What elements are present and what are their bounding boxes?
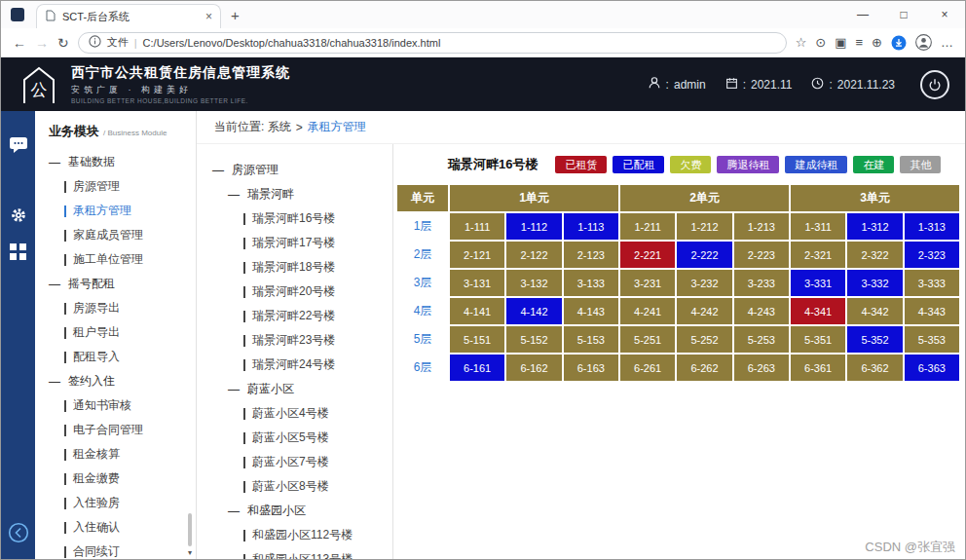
menu-item[interactable]: 通知书审核 bbox=[35, 393, 196, 418]
new-tab-button[interactable]: + bbox=[231, 7, 240, 23]
tree-building-node[interactable]: 蔚蓝小区5号楼 bbox=[197, 426, 392, 450]
file-info-icon[interactable] bbox=[89, 35, 101, 50]
refresh-button[interactable]: ↻ bbox=[57, 35, 69, 51]
back-button[interactable]: ← bbox=[13, 35, 26, 51]
menu-item[interactable]: 租金核算 bbox=[35, 442, 196, 467]
tree-building-node[interactable]: 蔚蓝小区8号楼 bbox=[197, 474, 392, 499]
browser-tab[interactable]: SCT-后台系统 × bbox=[36, 4, 221, 28]
room-cell[interactable]: 3-331 bbox=[791, 270, 845, 296]
collections-icon[interactable]: ⊙ bbox=[815, 35, 826, 50]
room-cell[interactable]: 2-222 bbox=[677, 242, 731, 268]
browser-menu-icon[interactable]: … bbox=[941, 35, 953, 50]
room-cell[interactable]: 6-163 bbox=[564, 355, 618, 381]
extensions-icon[interactable]: ⊕ bbox=[872, 35, 882, 50]
menu-item[interactable]: 入住验房 bbox=[35, 491, 196, 515]
message-icon[interactable] bbox=[9, 136, 28, 158]
tree-building-node[interactable]: 瑞景河畔17号楼 bbox=[197, 231, 392, 255]
tree-group-node[interactable]: —蔚蓝小区 bbox=[197, 377, 392, 401]
room-cell[interactable]: 1-111 bbox=[450, 213, 504, 240]
split-screen-icon[interactable]: ▣ bbox=[835, 35, 846, 50]
collapse-sidebar-icon[interactable] bbox=[8, 522, 29, 547]
profile-avatar[interactable] bbox=[915, 34, 932, 51]
room-cell[interactable]: 4-142 bbox=[506, 298, 561, 324]
room-cell[interactable]: 3-133 bbox=[564, 270, 618, 296]
close-button[interactable]: × bbox=[924, 1, 965, 28]
room-cell[interactable]: 3-131 bbox=[450, 270, 504, 296]
room-cell[interactable]: 6-362 bbox=[847, 355, 902, 381]
tree-building-node[interactable]: 蔚蓝小区4号楼 bbox=[197, 401, 392, 426]
room-cell[interactable]: 5-253 bbox=[734, 326, 789, 353]
apps-grid-icon[interactable] bbox=[10, 243, 26, 260]
room-cell[interactable]: 3-132 bbox=[506, 270, 561, 296]
room-cell[interactable]: 1-112 bbox=[506, 213, 561, 240]
scroll-down-icon[interactable]: ▾ bbox=[188, 548, 192, 557]
address-bar[interactable]: 文件 | C:/Users/Lenovo/Desktop/chahua3318/… bbox=[78, 32, 787, 54]
room-cell[interactable]: 1-313 bbox=[905, 213, 959, 240]
forward-button[interactable]: → bbox=[35, 35, 49, 51]
room-cell[interactable]: 1-212 bbox=[677, 213, 731, 240]
menu-item[interactable]: 房源导出 bbox=[35, 296, 196, 320]
room-cell[interactable]: 2-121 bbox=[450, 242, 504, 268]
room-cell[interactable]: 3-231 bbox=[620, 270, 675, 296]
tree-building-node[interactable]: 瑞景河畔22号楼 bbox=[197, 304, 392, 328]
room-cell[interactable]: 3-233 bbox=[734, 270, 789, 296]
tree-root-node[interactable]: — 房源管理 bbox=[197, 158, 392, 182]
room-cell[interactable]: 3-333 bbox=[905, 270, 959, 296]
maximize-button[interactable]: □ bbox=[883, 1, 924, 28]
room-cell[interactable]: 2-323 bbox=[905, 242, 959, 268]
menu-item[interactable]: 房源管理 bbox=[35, 174, 196, 199]
logout-power-button[interactable] bbox=[920, 70, 949, 99]
tree-building-node[interactable]: 瑞景河畔16号楼 bbox=[197, 206, 392, 231]
room-cell[interactable]: 2-122 bbox=[506, 242, 561, 268]
room-cell[interactable]: 4-243 bbox=[734, 298, 789, 324]
room-cell[interactable]: 1-113 bbox=[564, 213, 618, 240]
menu-item[interactable]: 配租导入 bbox=[35, 345, 196, 369]
menu-item[interactable]: 合同续订 bbox=[35, 540, 196, 559]
favorites-icon[interactable]: ☆ bbox=[796, 35, 807, 50]
room-cell[interactable]: 4-341 bbox=[791, 298, 845, 324]
room-cell[interactable]: 1-211 bbox=[620, 213, 675, 240]
minimize-button[interactable]: — bbox=[842, 1, 883, 28]
room-cell[interactable]: 1-213 bbox=[734, 213, 789, 240]
room-cell[interactable]: 5-152 bbox=[506, 326, 561, 353]
menu-section[interactable]: —签约入住 bbox=[35, 369, 196, 393]
room-cell[interactable]: 4-342 bbox=[847, 298, 902, 324]
room-cell[interactable]: 2-322 bbox=[847, 242, 902, 268]
menu-scrollbar[interactable]: ▾ bbox=[185, 513, 195, 557]
favorites-bar-icon[interactable]: ≡ bbox=[856, 35, 864, 50]
settings-gear-icon[interactable] bbox=[10, 206, 27, 228]
room-cell[interactable]: 2-221 bbox=[620, 242, 675, 268]
room-cell[interactable]: 6-363 bbox=[905, 355, 959, 381]
room-cell[interactable]: 5-352 bbox=[847, 326, 902, 353]
menu-item[interactable]: 承租方管理 bbox=[35, 199, 196, 223]
tree-building-node[interactable]: 瑞景河畔23号楼 bbox=[197, 328, 392, 353]
room-cell[interactable]: 4-241 bbox=[620, 298, 675, 324]
room-cell[interactable]: 6-162 bbox=[506, 355, 561, 381]
room-cell[interactable]: 4-141 bbox=[450, 298, 504, 324]
room-cell[interactable]: 1-311 bbox=[791, 213, 845, 240]
tree-group-node[interactable]: —瑞景河畔 bbox=[197, 182, 392, 206]
menu-item[interactable]: 入住确认 bbox=[35, 515, 196, 540]
room-cell[interactable]: 6-263 bbox=[734, 355, 789, 381]
room-cell[interactable]: 3-232 bbox=[677, 270, 731, 296]
tree-group-node[interactable]: —和盛园小区 bbox=[197, 499, 392, 523]
room-cell[interactable]: 5-353 bbox=[905, 326, 959, 353]
room-cell[interactable]: 5-252 bbox=[677, 326, 731, 353]
tree-building-node[interactable]: 瑞景河畔18号楼 bbox=[197, 255, 392, 280]
room-cell[interactable]: 4-242 bbox=[677, 298, 731, 324]
menu-section[interactable]: —基础数据 bbox=[35, 150, 196, 174]
workspace-icon[interactable] bbox=[11, 8, 24, 21]
room-cell[interactable]: 6-161 bbox=[450, 355, 504, 381]
menu-item[interactable]: 电子合同管理 bbox=[35, 418, 196, 442]
menu-section[interactable]: —摇号配租 bbox=[35, 272, 196, 296]
room-cell[interactable]: 5-151 bbox=[450, 326, 504, 353]
room-cell[interactable]: 1-312 bbox=[847, 213, 902, 240]
download-update-icon[interactable] bbox=[891, 35, 907, 51]
tree-building-node[interactable]: 瑞景河畔24号楼 bbox=[197, 353, 392, 377]
breadcrumb-current[interactable]: 承租方管理 bbox=[308, 119, 366, 135]
room-cell[interactable]: 5-351 bbox=[791, 326, 845, 353]
room-cell[interactable]: 4-343 bbox=[905, 298, 959, 324]
menu-item[interactable]: 租金缴费 bbox=[35, 467, 196, 491]
menu-item[interactable]: 家庭成员管理 bbox=[35, 223, 196, 247]
tab-close-icon[interactable]: × bbox=[205, 10, 212, 23]
